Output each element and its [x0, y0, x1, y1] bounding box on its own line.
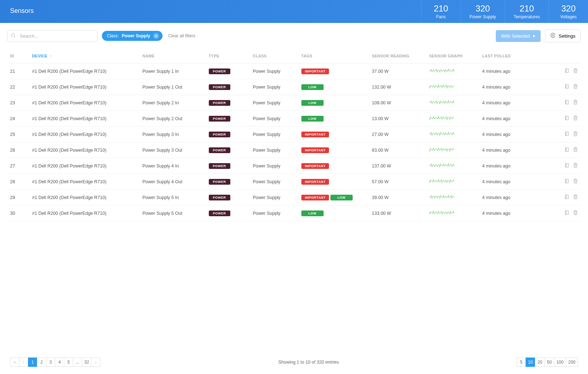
- settings-button[interactable]: Settings: [545, 29, 581, 42]
- table-row[interactable]: 26#1 Dell R200 (Dell PowerEdge R710)Powe…: [7, 142, 581, 158]
- cell-class: Power Supply: [250, 79, 298, 95]
- table-row[interactable]: 29#1 Dell R200 (Dell PowerEdge R710)Powe…: [7, 190, 581, 205]
- trash-icon[interactable]: [573, 147, 578, 152]
- trash-icon[interactable]: [573, 194, 578, 200]
- tag-important-badge: IMPORTANT: [301, 132, 329, 137]
- table-row[interactable]: 27#1 Dell R200 (Dell PowerEdge R710)Powe…: [7, 158, 581, 174]
- cell-class: Power Supply: [250, 63, 298, 79]
- cell-device[interactable]: #1 Dell R200 (Dell PowerEdge R710): [29, 127, 140, 142]
- tag-low-badge: LOW: [330, 195, 353, 200]
- cell-graph: [426, 205, 479, 221]
- clear-filters-link[interactable]: Clear all filters: [168, 33, 196, 38]
- cell-device[interactable]: #1 Dell R200 (Dell PowerEdge R710): [29, 95, 140, 111]
- trash-icon[interactable]: [573, 178, 578, 184]
- cell-reading: 39.00 W: [369, 190, 427, 205]
- cell-id: 25: [7, 127, 29, 142]
- note-icon[interactable]: [564, 194, 569, 200]
- stat-value: 210: [430, 4, 452, 14]
- table-row[interactable]: 30#1 Dell R200 (Dell PowerEdge R710)Powe…: [7, 205, 581, 221]
- cell-graph: [426, 190, 479, 205]
- col-graph[interactable]: SENSOR GRAPH: [426, 49, 479, 63]
- col-type[interactable]: TYPE: [206, 49, 250, 63]
- col-name[interactable]: NAME: [140, 49, 206, 63]
- col-polled[interactable]: LAST POLLED: [479, 49, 550, 63]
- table-row[interactable]: 23#1 Dell R200 (Dell PowerEdge R710)Powe…: [7, 95, 581, 111]
- svg-point-0: [11, 34, 14, 37]
- col-id[interactable]: ID: [7, 49, 29, 63]
- cell-polled: 4 minutes ago: [479, 63, 550, 79]
- note-icon[interactable]: [564, 115, 569, 121]
- cell-class: Power Supply: [250, 205, 298, 221]
- cell-device[interactable]: #1 Dell R200 (Dell PowerEdge R710): [29, 79, 140, 95]
- cell-name: Power Supply 2 In: [140, 95, 206, 111]
- note-icon[interactable]: [564, 68, 569, 74]
- trash-icon[interactable]: [573, 162, 578, 168]
- table-row[interactable]: 24#1 Dell R200 (Dell PowerEdge R710)Powe…: [7, 111, 581, 127]
- cell-tags: IMPORTANT: [298, 158, 369, 174]
- stat-value: 320: [558, 4, 579, 14]
- cell-class: Power Supply: [250, 111, 298, 127]
- cell-id: 22: [7, 79, 29, 95]
- svg-rect-7: [565, 100, 568, 104]
- trash-icon[interactable]: [573, 84, 578, 89]
- sparkline: [429, 178, 455, 184]
- cell-device[interactable]: #1 Dell R200 (Dell PowerEdge R710): [29, 190, 140, 205]
- stat-box[interactable]: 320Voltages: [549, 0, 588, 23]
- note-icon[interactable]: [564, 210, 569, 216]
- cell-device[interactable]: #1 Dell R200 (Dell PowerEdge R710): [29, 111, 140, 127]
- note-icon[interactable]: [564, 162, 569, 168]
- cell-class: Power Supply: [250, 95, 298, 111]
- cell-device[interactable]: #1 Dell R200 (Dell PowerEdge R710): [29, 158, 140, 174]
- trash-icon[interactable]: [573, 210, 578, 216]
- tag-low-badge: LOW: [301, 210, 324, 216]
- search-input[interactable]: [7, 30, 98, 42]
- cell-name: Power Supply 3 Out: [140, 142, 206, 158]
- col-device[interactable]: DEVICE ↑: [29, 49, 140, 63]
- tag-important-badge: IMPORTANT: [301, 179, 329, 185]
- note-icon[interactable]: [564, 178, 569, 184]
- tag-important-badge: IMPORTANT: [301, 147, 329, 153]
- col-tags[interactable]: TAGS: [298, 49, 369, 63]
- stat-box[interactable]: 210Temperatures: [505, 0, 549, 23]
- trash-icon[interactable]: [573, 99, 578, 105]
- cell-type: POWER: [206, 158, 250, 174]
- table-row[interactable]: 21#1 Dell R200 (Dell PowerEdge R710)Powe…: [7, 63, 581, 79]
- cell-id: 23: [7, 95, 29, 111]
- cell-device[interactable]: #1 Dell R200 (Dell PowerEdge R710): [29, 174, 140, 190]
- stat-box[interactable]: 210Fans: [421, 0, 461, 23]
- svg-rect-17: [565, 179, 568, 183]
- cell-polled: 4 minutes ago: [479, 79, 550, 95]
- trash-icon[interactable]: [573, 115, 578, 121]
- cell-device[interactable]: #1 Dell R200 (Dell PowerEdge R710): [29, 205, 140, 221]
- type-badge: POWER: [209, 116, 230, 122]
- trash-icon[interactable]: [573, 131, 578, 137]
- stat-label: Fans: [430, 14, 452, 19]
- note-icon[interactable]: [564, 99, 569, 105]
- cell-id: 30: [7, 205, 29, 221]
- note-icon[interactable]: [564, 131, 569, 137]
- table-row[interactable]: 25#1 Dell R200 (Dell PowerEdge R710)Powe…: [7, 127, 581, 142]
- close-icon[interactable]: ✕: [153, 33, 159, 39]
- cell-actions: [550, 174, 581, 190]
- cell-device[interactable]: #1 Dell R200 (Dell PowerEdge R710): [29, 142, 140, 158]
- filter-chip-class[interactable]: Class: Power Supply ✕: [102, 31, 163, 41]
- col-class[interactable]: CLASS: [250, 49, 298, 63]
- note-icon[interactable]: [564, 147, 569, 152]
- table-row[interactable]: 28#1 Dell R200 (Dell PowerEdge R710)Powe…: [7, 174, 581, 190]
- col-reading[interactable]: SENSOR READING: [369, 49, 427, 63]
- table-row[interactable]: 22#1 Dell R200 (Dell PowerEdge R710)Powe…: [7, 79, 581, 95]
- note-icon[interactable]: [564, 84, 569, 89]
- header-stats: 210Fans320Power Supply210Temperatures320…: [421, 0, 588, 23]
- cell-class: Power Supply: [250, 127, 298, 142]
- cell-device[interactable]: #1 Dell R200 (Dell PowerEdge R710): [29, 63, 140, 79]
- stat-box[interactable]: 320Power Supply: [461, 0, 505, 23]
- gear-icon: [550, 33, 556, 39]
- filter-chip-value: Power Supply: [122, 33, 150, 38]
- cell-reading: 109.00 W: [369, 95, 427, 111]
- sparkline: [429, 84, 455, 89]
- cell-type: POWER: [206, 79, 250, 95]
- cell-type: POWER: [206, 63, 250, 79]
- with-selected-button[interactable]: With Selected ▾: [496, 30, 541, 42]
- trash-icon[interactable]: [573, 68, 578, 74]
- cell-tags: IMPORTANT: [298, 142, 369, 158]
